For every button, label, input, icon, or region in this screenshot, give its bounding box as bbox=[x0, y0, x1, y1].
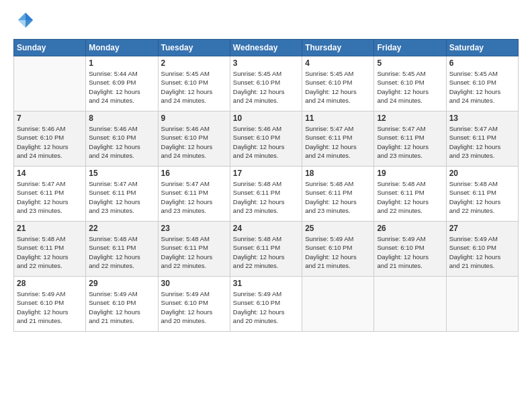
svg-marker-1 bbox=[18, 13, 26, 20]
calendar-cell: 17Sunrise: 5:48 AM Sunset: 6:11 PM Dayli… bbox=[230, 167, 302, 222]
day-number: 3 bbox=[233, 58, 299, 68]
calendar-cell: 4Sunrise: 5:45 AM Sunset: 6:10 PM Daylig… bbox=[302, 56, 374, 111]
day-number: 14 bbox=[17, 169, 83, 178]
day-info: Sunrise: 5:45 AM Sunset: 6:10 PM Dayligh… bbox=[233, 69, 299, 105]
page: SundayMondayTuesdayWednesdayThursdayFrid… bbox=[0, 0, 532, 411]
calendar-cell: 25Sunrise: 5:49 AM Sunset: 6:10 PM Dayli… bbox=[302, 222, 374, 277]
day-info: Sunrise: 5:45 AM Sunset: 6:10 PM Dayligh… bbox=[377, 69, 443, 105]
day-number: 16 bbox=[161, 169, 227, 178]
calendar-cell bbox=[374, 277, 446, 332]
calendar-week-row: 28Sunrise: 5:49 AM Sunset: 6:10 PM Dayli… bbox=[14, 277, 519, 332]
calendar-cell: 8Sunrise: 5:46 AM Sunset: 6:10 PM Daylig… bbox=[86, 111, 158, 167]
calendar-cell: 31Sunrise: 5:49 AM Sunset: 6:10 PM Dayli… bbox=[230, 277, 302, 332]
header bbox=[13, 11, 519, 32]
day-number: 10 bbox=[233, 113, 299, 123]
calendar-cell: 2Sunrise: 5:45 AM Sunset: 6:10 PM Daylig… bbox=[158, 56, 230, 111]
calendar-cell: 3Sunrise: 5:45 AM Sunset: 6:10 PM Daylig… bbox=[230, 56, 302, 111]
day-number: 7 bbox=[17, 113, 83, 123]
day-info: Sunrise: 5:49 AM Sunset: 6:10 PM Dayligh… bbox=[305, 234, 371, 270]
day-info: Sunrise: 5:49 AM Sunset: 6:10 PM Dayligh… bbox=[233, 289, 299, 325]
day-number: 23 bbox=[161, 224, 227, 233]
day-number: 28 bbox=[17, 279, 83, 288]
calendar-cell: 16Sunrise: 5:47 AM Sunset: 6:11 PM Dayli… bbox=[158, 167, 230, 222]
day-info: Sunrise: 5:49 AM Sunset: 6:10 PM Dayligh… bbox=[89, 289, 154, 325]
day-number: 18 bbox=[305, 169, 371, 178]
day-number: 21 bbox=[17, 224, 83, 233]
calendar-cell: 19Sunrise: 5:48 AM Sunset: 6:11 PM Dayli… bbox=[374, 167, 446, 222]
day-number: 24 bbox=[233, 224, 299, 233]
calendar-week-row: 1Sunrise: 5:44 AM Sunset: 6:09 PM Daylig… bbox=[14, 56, 519, 111]
day-info: Sunrise: 5:47 AM Sunset: 6:11 PM Dayligh… bbox=[305, 124, 371, 160]
day-info: Sunrise: 5:49 AM Sunset: 6:10 PM Dayligh… bbox=[161, 289, 227, 325]
day-number: 11 bbox=[305, 113, 371, 123]
day-number: 12 bbox=[377, 113, 443, 123]
day-number: 30 bbox=[161, 279, 227, 288]
day-info: Sunrise: 5:48 AM Sunset: 6:11 PM Dayligh… bbox=[233, 179, 299, 215]
day-info: Sunrise: 5:47 AM Sunset: 6:11 PM Dayligh… bbox=[17, 179, 83, 215]
calendar-cell: 20Sunrise: 5:48 AM Sunset: 6:11 PM Dayli… bbox=[446, 167, 518, 222]
calendar-day-header: Friday bbox=[374, 40, 446, 56]
day-number: 1 bbox=[89, 58, 154, 68]
day-number: 15 bbox=[89, 169, 154, 178]
day-number: 31 bbox=[233, 279, 299, 288]
calendar-cell: 23Sunrise: 5:48 AM Sunset: 6:11 PM Dayli… bbox=[158, 222, 230, 277]
day-info: Sunrise: 5:47 AM Sunset: 6:11 PM Dayligh… bbox=[161, 179, 227, 215]
day-number: 9 bbox=[161, 113, 227, 123]
calendar-cell: 7Sunrise: 5:46 AM Sunset: 6:10 PM Daylig… bbox=[14, 111, 86, 167]
day-info: Sunrise: 5:49 AM Sunset: 6:10 PM Dayligh… bbox=[17, 289, 83, 325]
calendar-day-header: Thursday bbox=[302, 40, 374, 56]
calendar-day-header: Sunday bbox=[14, 40, 86, 56]
calendar-cell: 22Sunrise: 5:48 AM Sunset: 6:11 PM Dayli… bbox=[86, 222, 158, 277]
calendar-cell: 10Sunrise: 5:46 AM Sunset: 6:10 PM Dayli… bbox=[230, 111, 302, 167]
day-info: Sunrise: 5:48 AM Sunset: 6:11 PM Dayligh… bbox=[89, 234, 154, 270]
day-number: 19 bbox=[377, 169, 443, 178]
calendar-week-row: 21Sunrise: 5:48 AM Sunset: 6:11 PM Dayli… bbox=[14, 222, 519, 277]
day-number: 22 bbox=[89, 224, 154, 233]
day-number: 29 bbox=[89, 279, 154, 288]
day-number: 17 bbox=[233, 169, 299, 178]
calendar-cell: 29Sunrise: 5:49 AM Sunset: 6:10 PM Dayli… bbox=[86, 277, 158, 332]
day-info: Sunrise: 5:48 AM Sunset: 6:11 PM Dayligh… bbox=[449, 179, 515, 215]
calendar-day-header: Monday bbox=[86, 40, 158, 56]
svg-marker-0 bbox=[26, 13, 33, 20]
calendar-table: SundayMondayTuesdayWednesdayThursdayFrid… bbox=[13, 39, 519, 332]
calendar-cell: 18Sunrise: 5:48 AM Sunset: 6:11 PM Dayli… bbox=[302, 167, 374, 222]
calendar-cell: 21Sunrise: 5:48 AM Sunset: 6:11 PM Dayli… bbox=[14, 222, 86, 277]
day-info: Sunrise: 5:47 AM Sunset: 6:11 PM Dayligh… bbox=[449, 124, 515, 160]
calendar-day-header: Tuesday bbox=[158, 40, 230, 56]
calendar-day-header: Wednesday bbox=[230, 40, 302, 56]
day-info: Sunrise: 5:48 AM Sunset: 6:11 PM Dayligh… bbox=[161, 234, 227, 270]
calendar-cell: 9Sunrise: 5:46 AM Sunset: 6:10 PM Daylig… bbox=[158, 111, 230, 167]
day-number: 13 bbox=[449, 113, 515, 123]
day-info: Sunrise: 5:48 AM Sunset: 6:11 PM Dayligh… bbox=[17, 234, 83, 270]
day-info: Sunrise: 5:47 AM Sunset: 6:11 PM Dayligh… bbox=[377, 124, 443, 160]
day-number: 8 bbox=[89, 113, 154, 123]
calendar-cell: 6Sunrise: 5:45 AM Sunset: 6:10 PM Daylig… bbox=[446, 56, 518, 111]
day-info: Sunrise: 5:46 AM Sunset: 6:10 PM Dayligh… bbox=[161, 124, 227, 160]
calendar-cell: 11Sunrise: 5:47 AM Sunset: 6:11 PM Dayli… bbox=[302, 111, 374, 167]
svg-marker-2 bbox=[18, 20, 26, 28]
calendar-cell: 28Sunrise: 5:49 AM Sunset: 6:10 PM Dayli… bbox=[14, 277, 86, 332]
day-number: 6 bbox=[449, 58, 515, 68]
day-info: Sunrise: 5:48 AM Sunset: 6:11 PM Dayligh… bbox=[233, 234, 299, 270]
day-number: 4 bbox=[305, 58, 371, 68]
calendar-cell: 5Sunrise: 5:45 AM Sunset: 6:10 PM Daylig… bbox=[374, 56, 446, 111]
day-info: Sunrise: 5:46 AM Sunset: 6:10 PM Dayligh… bbox=[233, 124, 299, 160]
day-number: 5 bbox=[377, 58, 443, 68]
calendar-cell bbox=[446, 277, 518, 332]
day-info: Sunrise: 5:48 AM Sunset: 6:11 PM Dayligh… bbox=[377, 179, 443, 215]
day-number: 25 bbox=[305, 224, 371, 233]
calendar-cell: 26Sunrise: 5:49 AM Sunset: 6:10 PM Dayli… bbox=[374, 222, 446, 277]
calendar-cell: 30Sunrise: 5:49 AM Sunset: 6:10 PM Dayli… bbox=[158, 277, 230, 332]
day-number: 27 bbox=[449, 224, 515, 233]
calendar-cell: 14Sunrise: 5:47 AM Sunset: 6:11 PM Dayli… bbox=[14, 167, 86, 222]
calendar-day-header: Saturday bbox=[446, 40, 518, 56]
day-info: Sunrise: 5:48 AM Sunset: 6:11 PM Dayligh… bbox=[305, 179, 371, 215]
day-info: Sunrise: 5:45 AM Sunset: 6:10 PM Dayligh… bbox=[449, 69, 515, 105]
calendar-cell bbox=[302, 277, 374, 332]
calendar-cell: 24Sunrise: 5:48 AM Sunset: 6:11 PM Dayli… bbox=[230, 222, 302, 277]
day-info: Sunrise: 5:46 AM Sunset: 6:10 PM Dayligh… bbox=[89, 124, 154, 160]
logo bbox=[13, 11, 35, 32]
calendar-cell: 12Sunrise: 5:47 AM Sunset: 6:11 PM Dayli… bbox=[374, 111, 446, 167]
calendar-cell: 27Sunrise: 5:49 AM Sunset: 6:10 PM Dayli… bbox=[446, 222, 518, 277]
